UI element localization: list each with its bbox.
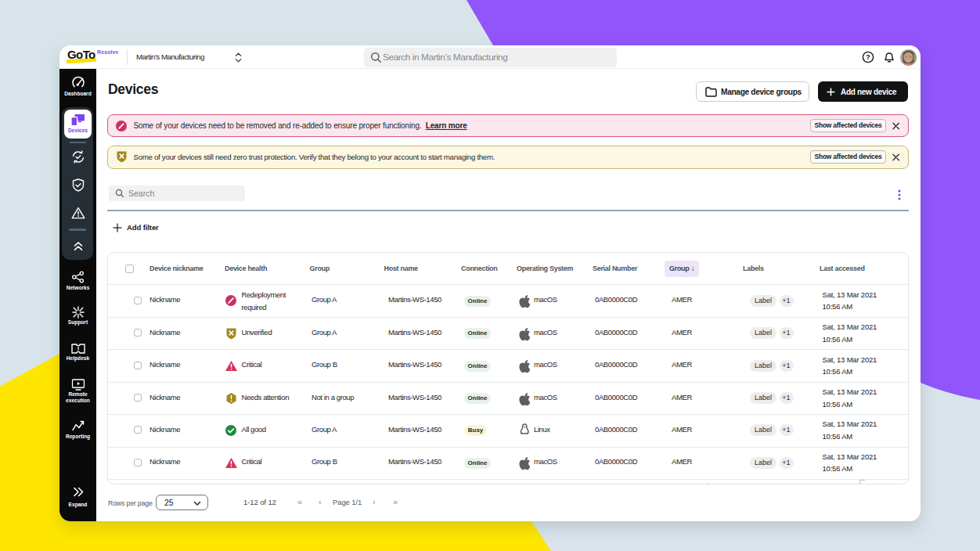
svg-text:?: ? [866,52,870,61]
